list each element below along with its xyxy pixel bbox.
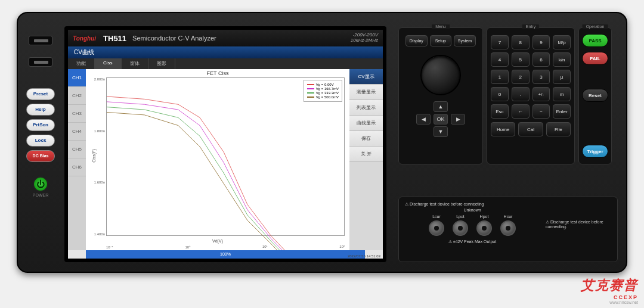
softkey-menu: CV显示 测量显示列表显示曲线显示保存关 开: [349, 69, 383, 250]
key-0[interactable]: 0: [491, 87, 509, 101]
channel-tab[interactable]: CH2: [68, 87, 86, 105]
lcd-screen: Tonghui TH511 Semiconductor C-V Analyzer…: [68, 30, 383, 259]
arrow-down-button[interactable]: ▼: [434, 126, 448, 137]
rotary-knob[interactable]: [420, 55, 461, 95]
key-8[interactable]: 8: [512, 35, 530, 49]
bnc-port-lpot[interactable]: Lpot: [453, 214, 468, 236]
operation-group-label: Operation: [583, 24, 608, 29]
prtscn-button[interactable]: PrtScn: [26, 119, 55, 131]
fail-button[interactable]: FAIL: [582, 52, 608, 65]
screen-tab[interactable]: Ciss: [95, 58, 122, 69]
softkey-item[interactable]: 关 开: [349, 147, 383, 162]
dc-bias-button[interactable]: DC Bias: [26, 150, 55, 162]
screen-body: CH1CH2CH3CH4CH5CH6 FET Ciss Ciss(F) 2.00…: [68, 69, 383, 250]
display-button[interactable]: Display: [405, 35, 428, 46]
watermark-en: CCEXP: [581, 294, 638, 300]
key-5[interactable]: 5: [512, 52, 530, 67]
key-k/n[interactable]: k/n: [553, 52, 571, 67]
softkey-header: CV显示: [349, 69, 383, 85]
power-label: POWER: [23, 193, 58, 197]
softkey-item[interactable]: 测量显示: [349, 85, 383, 100]
watermark-cn: 艾克赛普: [581, 276, 638, 294]
channel-tab[interactable]: CH5: [68, 141, 86, 158]
key-3[interactable]: 3: [532, 70, 550, 84]
bnc-port-hpot[interactable]: Hpot: [476, 214, 492, 236]
setup-button[interactable]: Setup: [430, 35, 451, 46]
channel-tab[interactable]: CH6: [68, 158, 86, 176]
key-Enter[interactable]: Enter: [553, 104, 571, 119]
chart-title: FET Ciss: [86, 70, 349, 76]
key-home[interactable]: Home: [491, 122, 515, 136]
key-.[interactable]: .: [512, 87, 530, 101]
key-~[interactable]: ~: [532, 104, 550, 119]
softkey-item[interactable]: 曲线显示: [349, 116, 383, 131]
key-cal[interactable]: Cal: [518, 122, 543, 136]
bnc-warning-bottom: ±42V Peak Max Output: [405, 239, 540, 244]
left-side-panel: Preset Help PrtScn Lock DC Bias POWER: [23, 31, 58, 197]
screen-tabs: 功能Ciss窗体图形: [68, 58, 383, 69]
pass-button[interactable]: PASS: [582, 34, 608, 47]
usb-port-2[interactable]: [29, 57, 52, 67]
bnc-panel: Discharge test device before connecting …: [398, 197, 618, 262]
softkey-item[interactable]: 列表显示: [349, 100, 383, 116]
dpad: ▲ ◀ OK ▶ ▼: [414, 101, 467, 137]
ok-button[interactable]: OK: [434, 114, 448, 125]
power-button[interactable]: [33, 176, 48, 192]
key-←[interactable]: ←: [512, 104, 530, 119]
lock-button[interactable]: Lock: [26, 135, 55, 147]
channel-tabs: CH1CH2CH3CH4CH5CH6: [68, 69, 86, 250]
arrow-left-button[interactable]: ◀: [416, 114, 431, 125]
progress-bar: 100%: [86, 250, 365, 259]
screen-tab[interactable]: 功能: [68, 58, 95, 69]
bnc-port-hcur[interactable]: Hcur: [500, 214, 516, 236]
help-button[interactable]: Help: [26, 104, 55, 116]
key-7[interactable]: 7: [491, 35, 509, 49]
model-subtitle: Semiconductor C-V Analyzer: [132, 35, 216, 42]
entry-group-label: Entry: [522, 24, 539, 29]
y-ticks: 2.000n1.800n1.600n1.400n: [91, 77, 105, 236]
arrow-up-button[interactable]: ▲: [434, 101, 448, 112]
key-9[interactable]: 9: [532, 35, 550, 49]
key-µ[interactable]: µ: [553, 70, 571, 84]
screen-tab[interactable]: 窗体: [122, 58, 148, 69]
watermark: 艾克赛普 CCEXP www.hncsw.net: [581, 276, 638, 304]
key-+/-[interactable]: +/-: [532, 87, 550, 101]
control-panel: Menu DisplaySetupSystem ▲ ◀ OK ▶ ▼ Entry…: [398, 27, 618, 164]
timestamp: 2022/07/16 14:51:03: [348, 254, 380, 258]
screen-bezel: Tonghui TH511 Semiconductor C-V Analyzer…: [64, 26, 386, 262]
curves-svg: [107, 78, 344, 259]
keypad: 789M/p456k/n123µ0.+/-mEsc←~Enter: [491, 35, 571, 119]
key-M/p[interactable]: M/p: [553, 35, 571, 49]
model-number: TH511: [103, 34, 126, 43]
channel-tab[interactable]: CH1: [68, 69, 86, 87]
x-ticks: 10⁻¹10⁰10¹10²: [106, 245, 345, 249]
bnc-port-lcur[interactable]: Lcur: [429, 214, 444, 236]
entry-group: Entry 789M/p456k/n123µ0.+/-mEsc←~Enter H…: [487, 27, 575, 164]
x-axis-label: Vd(V): [212, 239, 223, 243]
reset-button[interactable]: Reset: [582, 89, 608, 102]
range-info: -200V-200V 10kHz-2MHz: [351, 33, 378, 43]
watermark-url: www.hncsw.net: [581, 300, 638, 304]
bnc-left: Discharge test device before connecting …: [405, 202, 540, 257]
screen-footer: 100% 2022/07/16 14:51:03: [68, 250, 383, 259]
key-Esc[interactable]: Esc: [491, 104, 509, 119]
preset-button[interactable]: Preset: [26, 88, 55, 100]
menu-group-label: Menu: [432, 24, 450, 29]
system-button[interactable]: System: [454, 35, 476, 46]
arrow-right-button[interactable]: ▶: [451, 114, 465, 125]
chart-legend: Vg = 0.00VVg = 166.7mVVg = 333.3mVVg = 5…: [304, 80, 342, 102]
key-6[interactable]: 6: [532, 52, 550, 67]
key-1[interactable]: 1: [491, 70, 509, 84]
key-file[interactable]: File: [546, 122, 571, 136]
key-m[interactable]: m: [553, 87, 571, 101]
usb-port-1[interactable]: [29, 36, 52, 45]
channel-tab[interactable]: CH4: [68, 123, 86, 141]
softkey-item[interactable]: 保存: [349, 131, 383, 147]
freq-range: 10kHz-2MHz: [351, 38, 378, 43]
key-2[interactable]: 2: [512, 70, 530, 84]
bnc-warning-top: Discharge test device before connecting: [405, 202, 540, 207]
trigger-button[interactable]: Trigger: [582, 145, 608, 158]
key-4[interactable]: 4: [491, 52, 509, 67]
channel-tab[interactable]: CH3: [68, 105, 86, 123]
screen-tab[interactable]: 图形: [148, 58, 175, 69]
